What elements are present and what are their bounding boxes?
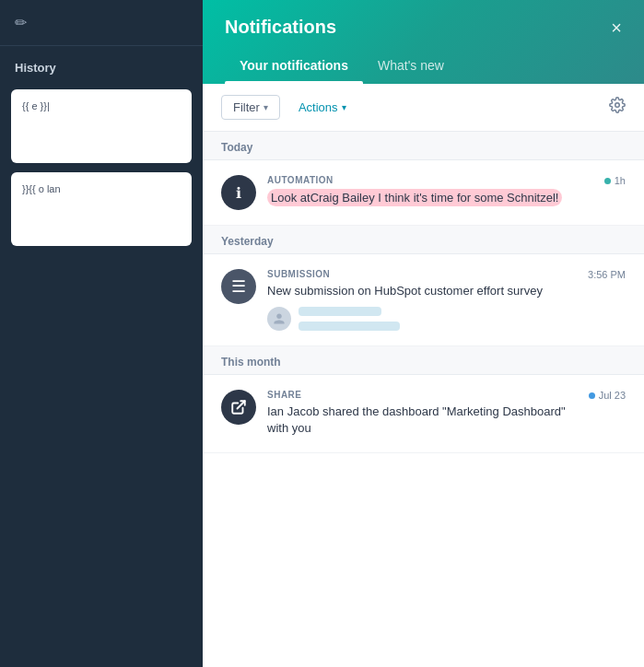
pencil-icon: ✏ — [15, 14, 27, 31]
notification-toolbar: Filter ▾ Actions ▾ — [203, 84, 644, 132]
notification-time-share: Jul 23 — [589, 390, 626, 401]
sidebar-section-title: History — [0, 46, 203, 82]
notification-item-submission: ☰ SUBMISSION New submission on HubSpot c… — [203, 254, 644, 346]
notification-type-automation: AUTOMATION — [267, 175, 593, 185]
notification-avatar-submission: ☰ — [221, 269, 256, 304]
notification-title-row: Notifications × — [225, 17, 622, 38]
notification-type-share: SHARE — [267, 390, 578, 400]
user-avatar-small — [267, 307, 291, 331]
notification-tabs: Your notifications What's new — [225, 51, 622, 84]
notification-text-submission: New submission on HubSpot customer effor… — [267, 283, 577, 299]
notification-type-submission: SUBMISSION — [267, 269, 577, 279]
filter-chevron-icon: ▾ — [263, 102, 268, 112]
notifications-list: Today ℹ AUTOMATION Look atCraig Bailey I… — [203, 132, 644, 667]
blurred-user-info — [299, 307, 400, 331]
actions-button[interactable]: Actions ▾ — [287, 96, 357, 119]
section-header-today: Today — [203, 132, 644, 160]
svg-point-0 — [615, 103, 620, 108]
section-header-yesterday: Yesterday — [203, 226, 644, 254]
unread-dot — [604, 178, 611, 184]
notification-content-share: SHARE Ian Jacob shared the dashboard "Ma… — [267, 390, 578, 437]
notification-time-automation: 1h — [604, 175, 626, 186]
user-icon — [273, 312, 286, 325]
section-header-this-month: This month — [203, 346, 644, 375]
sidebar-card-1: {{ e }}| — [11, 89, 192, 163]
svg-line-1 — [238, 401, 245, 408]
actions-chevron-icon: ▾ — [342, 102, 346, 112]
sidebar-card-2: }}{{ o lan — [11, 172, 192, 246]
filter-label: Filter — [233, 100, 260, 114]
notification-highlight-text: Look atCraig Bailey I think it's time fo… — [267, 189, 562, 206]
gear-icon — [609, 97, 626, 113]
notification-header: Notifications × Your notifications What'… — [203, 0, 644, 84]
notification-text-share: Ian Jacob shared the dashboard "Marketin… — [267, 404, 578, 437]
sidebar-header: ✏ — [0, 0, 203, 46]
filter-button[interactable]: Filter ▾ — [221, 95, 280, 120]
notification-avatar-automation: ℹ — [221, 175, 256, 210]
settings-button[interactable] — [609, 97, 626, 118]
notification-text-automation: Look atCraig Bailey I think it's time fo… — [267, 189, 593, 208]
notification-content-submission: SUBMISSION New submission on HubSpot cus… — [267, 269, 577, 331]
notification-avatar-share — [221, 390, 256, 425]
sidebar-cards: {{ e }}| }}{{ o lan — [0, 82, 203, 253]
notification-content-automation: AUTOMATION Look atCraig Bailey I think i… — [267, 175, 593, 208]
notification-panel: Notifications × Your notifications What'… — [203, 0, 644, 667]
unread-dot-share — [589, 392, 595, 399]
notification-item-share: SHARE Ian Jacob shared the dashboard "Ma… — [203, 375, 644, 452]
tab-whats-new[interactable]: What's new — [363, 51, 459, 84]
actions-label: Actions — [299, 100, 338, 114]
notification-item-automation: ℹ AUTOMATION Look atCraig Bailey I think… — [203, 160, 644, 226]
submission-extra — [267, 307, 577, 331]
notification-time-submission: 3:56 PM — [588, 269, 626, 280]
blurred-name — [299, 307, 381, 316]
close-button[interactable]: × — [611, 18, 622, 37]
blurred-email — [299, 322, 400, 331]
share-icon — [230, 399, 247, 415]
tab-your-notifications[interactable]: Your notifications — [225, 51, 363, 84]
notification-title: Notifications — [225, 17, 336, 38]
sidebar: ✏ History {{ e }}| }}{{ o lan — [0, 0, 203, 667]
